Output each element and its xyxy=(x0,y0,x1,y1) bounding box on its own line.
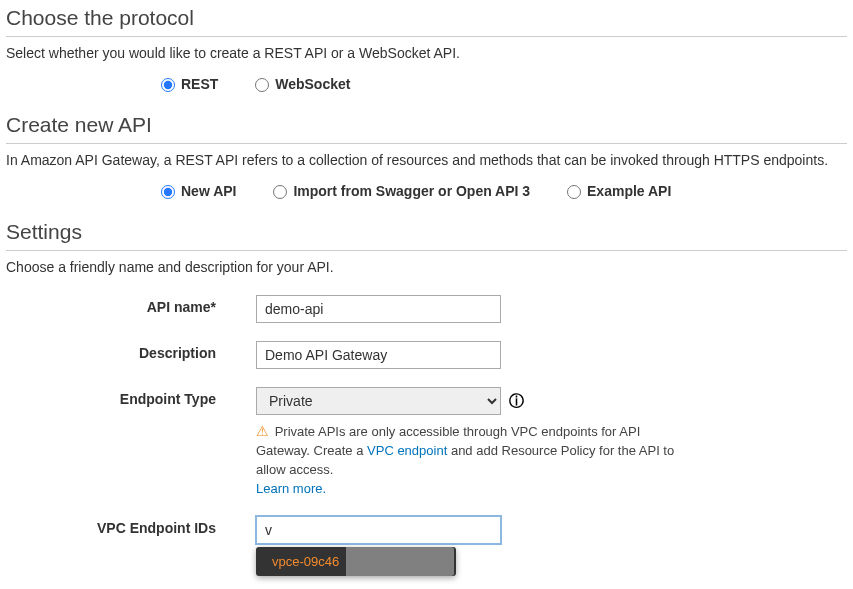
create-heading: Create new API xyxy=(6,113,847,144)
radio-import-label: Import from Swagger or Open API 3 xyxy=(293,183,530,199)
radio-rest[interactable]: REST xyxy=(156,75,218,92)
radio-new-api[interactable]: New API xyxy=(156,182,237,199)
vpc-endpoint-link[interactable]: VPC endpoint xyxy=(367,443,447,458)
endpoint-type-select[interactable]: Private xyxy=(256,387,501,415)
settings-subtitle: Choose a friendly name and description f… xyxy=(6,259,847,275)
radio-example-input[interactable] xyxy=(567,185,581,199)
api-name-input[interactable] xyxy=(256,295,501,323)
create-subtitle: In Amazon API Gateway, a REST API refers… xyxy=(6,152,847,168)
radio-rest-input[interactable] xyxy=(161,78,175,92)
radio-websocket-input[interactable] xyxy=(255,78,269,92)
description-input[interactable] xyxy=(256,341,501,369)
radio-example-label: Example API xyxy=(587,183,671,199)
warning-icon: ⚠ xyxy=(256,423,269,439)
protocol-heading: Choose the protocol xyxy=(6,6,847,37)
settings-heading: Settings xyxy=(6,220,847,251)
autocomplete-obscured xyxy=(346,547,454,576)
vpc-endpoint-ids-label: VPC Endpoint IDs xyxy=(6,516,256,536)
radio-import[interactable]: Import from Swagger or Open API 3 xyxy=(268,182,530,199)
info-icon[interactable]: ⓘ xyxy=(509,392,524,411)
autocomplete-item-text: vpce-09c46 xyxy=(272,554,339,569)
protocol-subtitle: Select whether you would like to create … xyxy=(6,45,847,61)
radio-websocket-label: WebSocket xyxy=(275,76,350,92)
description-label: Description xyxy=(6,341,256,361)
radio-import-input[interactable] xyxy=(273,185,287,199)
autocomplete-item[interactable]: vpce-09c46 xyxy=(256,547,456,576)
learn-more-link[interactable]: Learn more. xyxy=(256,481,326,496)
radio-example[interactable]: Example API xyxy=(562,182,671,199)
radio-new-api-label: New API xyxy=(181,183,237,199)
radio-websocket[interactable]: WebSocket xyxy=(250,75,350,92)
api-name-label: API name* xyxy=(6,295,256,315)
endpoint-type-label: Endpoint Type xyxy=(6,387,256,407)
radio-new-api-input[interactable] xyxy=(161,185,175,199)
radio-rest-label: REST xyxy=(181,76,218,92)
vpc-endpoint-ids-input[interactable] xyxy=(256,516,501,544)
